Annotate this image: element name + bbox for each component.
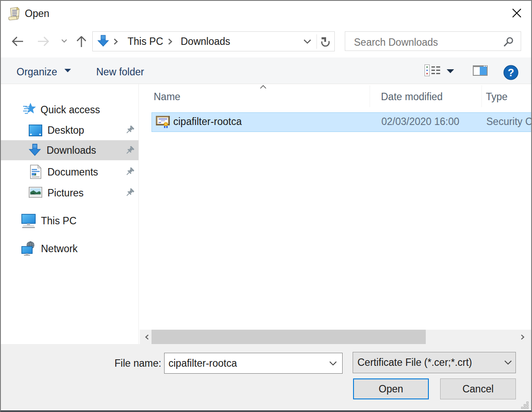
svg-text:?: ? bbox=[508, 67, 514, 78]
